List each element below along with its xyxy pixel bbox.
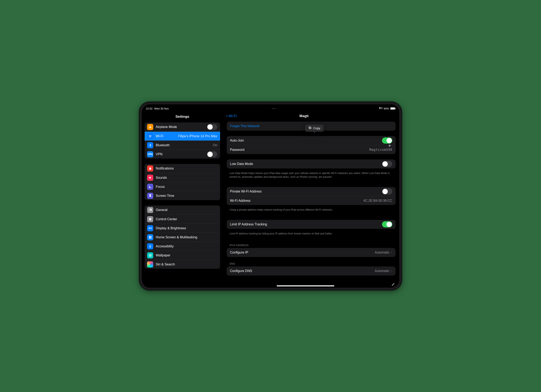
toggle[interactable] <box>207 151 217 157</box>
home-indicator[interactable] <box>277 285 334 286</box>
row-value: Automatic <box>375 251 389 254</box>
sidebar-item-accessibility[interactable]: Accessibility <box>145 242 220 251</box>
sidebar-item-display-brightness[interactable]: AADisplay & Brightness <box>145 224 220 233</box>
row-label: Forget This Network <box>230 124 260 128</box>
detail-title: Magti <box>224 114 384 118</box>
sidebar-item-airplane-mode[interactable]: Airplane Mode <box>145 122 220 132</box>
airplane-icon <box>147 124 153 130</box>
private-wifi-toggle[interactable]: Private Wi-Fi Address <box>227 187 395 196</box>
sidebar-item-label: Sounds <box>156 176 167 180</box>
sidebar-item-label: Display & Brightness <box>156 226 186 230</box>
wifi-icon <box>147 133 153 139</box>
wallpaper-icon <box>147 252 153 259</box>
detail-scroll[interactable]: Forget This NetworkAuto-JoinPasswordMagt… <box>223 122 399 288</box>
status-time: 22:02 <box>146 107 153 110</box>
sidebar-item-bluetooth[interactable]: BluetoothOn <box>145 141 220 150</box>
vpn-icon: VPN <box>147 151 153 157</box>
section-footer: Using a private address helps reduce tra… <box>227 207 395 216</box>
sidebar-item-screen-time[interactable]: Screen Time <box>145 191 220 200</box>
scribble-icon <box>391 281 396 286</box>
row-label: Configure DNS <box>230 269 252 273</box>
battery-icon <box>390 107 395 110</box>
sidebar-item-label: Wallpaper <box>156 254 170 257</box>
moon-icon <box>147 184 153 190</box>
screen: 22:02 Wed 30 Nov 94% Settings Airplane M… <box>142 104 399 288</box>
hotspot-icon <box>379 107 382 110</box>
row-value: Automatic <box>375 269 389 273</box>
sidebar-item-label: Screen Time <box>156 194 174 198</box>
row-label: Low Data Mode <box>230 162 253 166</box>
selection-handle[interactable] <box>389 145 391 147</box>
status-date: Wed 30 Nov <box>154 107 169 110</box>
sidebar-item-label: Siri & Search <box>156 263 175 266</box>
toggle[interactable] <box>207 124 217 130</box>
battery-percent: 94% <box>384 107 389 110</box>
sidebar-item-general[interactable]: General <box>145 205 220 214</box>
svg-rect-0 <box>309 127 311 129</box>
sidebar-item-vpn[interactable]: VPNVPN <box>145 150 220 159</box>
row-value: 4C:2E:B4:00:38:CC <box>363 199 392 203</box>
row-label: Wi-Fi Address <box>230 199 250 203</box>
sidebar-item-wallpaper[interactable]: Wallpaper <box>145 251 220 260</box>
sidebar-title: Settings <box>142 113 223 122</box>
sidebar-item-focus[interactable]: Focus <box>145 182 220 191</box>
bluetooth-icon <box>147 142 153 148</box>
configure-ip-row[interactable]: Configure IPAutomatic› <box>227 248 395 257</box>
toggle[interactable] <box>382 161 392 167</box>
sidebar-item-label: Bluetooth <box>156 143 170 147</box>
status-bar: 22:02 Wed 30 Nov 94% <box>142 106 399 111</box>
svg-rect-1 <box>309 127 310 128</box>
sidebar-item-notifications[interactable]: Notifications <box>145 164 220 173</box>
switches-icon <box>147 216 153 222</box>
copy-popover[interactable]: Copy <box>305 124 324 132</box>
sidebar-item-label: Wi-Fi <box>156 134 163 138</box>
chevron-right-icon: › <box>391 269 392 273</box>
row-label: Private Wi-Fi Address <box>230 190 262 193</box>
sidebar-item-label: Accessibility <box>156 244 174 248</box>
sidebar-item-home-screen-multitasking[interactable]: Home Screen & Multitasking <box>145 233 220 242</box>
section-header: DNS <box>227 259 395 266</box>
copy-icon <box>308 126 312 130</box>
multitask-dots[interactable] <box>169 108 379 109</box>
siri-icon <box>147 261 153 268</box>
limit-ip-tracking-toggle[interactable]: Limit IP Address Tracking <box>227 220 395 229</box>
accessibility-icon <box>147 243 153 249</box>
sidebar-item-label: Notifications <box>156 167 174 170</box>
sidebar-item-control-center[interactable]: Control Center <box>145 214 220 224</box>
sidebar-item-wi-fi[interactable]: Wi-FiFilipe's iPhone 14 Pro Max <box>145 132 220 141</box>
speaker-icon <box>147 175 153 181</box>
row-label: Configure IP <box>230 251 248 254</box>
toggle[interactable] <box>382 188 392 194</box>
row-value: Magticom599 <box>369 148 392 152</box>
detail-pane: ‹ Wi-Fi Magti Copy Forget Th <box>223 104 399 288</box>
toggle[interactable] <box>382 137 392 144</box>
sidebar-item-label: Focus <box>156 185 165 188</box>
sidebar-item-value: On <box>213 143 217 147</box>
section-footer: Low Data Mode helps reduce your iPad dat… <box>227 170 395 183</box>
row-label: Auto-Join <box>230 139 244 142</box>
chevron-right-icon: › <box>391 250 392 255</box>
sidebar-item-label: Home Screen & Multitasking <box>156 235 197 239</box>
sidebar-item-label: Airplane Mode <box>156 125 177 129</box>
configure-dns-row[interactable]: Configure DNSAutomatic› <box>227 266 395 275</box>
section-footer: Limit IP address tracking by hiding your… <box>227 230 395 240</box>
auto-join-toggle[interactable]: Auto-Join <box>227 136 395 145</box>
hourglass-icon <box>147 193 153 199</box>
password-row[interactable]: PasswordMagticom599 <box>227 145 395 154</box>
bell-icon <box>147 165 153 172</box>
section-header: IPV4 ADDRESS <box>227 240 395 248</box>
sidebar-item-label: VPN <box>156 153 162 156</box>
low-data-mode-toggle[interactable]: Low Data Mode <box>227 159 395 168</box>
sidebar-item-label: Control Center <box>156 217 177 221</box>
settings-sidebar: Settings Airplane ModeWi-FiFilipe's iPho… <box>142 104 223 288</box>
grid-icon <box>147 234 153 240</box>
sidebar-item-label: General <box>156 208 167 212</box>
wifi-address-row: Wi-Fi Address4C:2E:B4:00:38:CC <box>227 196 395 205</box>
sidebar-item-siri-search[interactable]: Siri & Search <box>145 260 220 269</box>
row-label: Password <box>230 148 244 152</box>
aa-icon: AA <box>147 225 153 231</box>
gear-icon <box>147 207 153 213</box>
copy-label: Copy <box>313 126 321 130</box>
toggle[interactable] <box>382 221 392 227</box>
sidebar-item-sounds[interactable]: Sounds <box>145 173 220 182</box>
